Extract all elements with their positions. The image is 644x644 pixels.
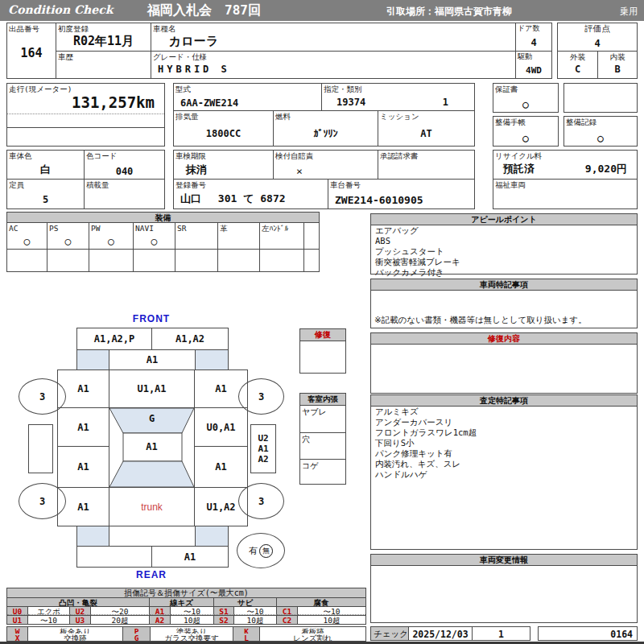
- transmission-value: AT: [378, 128, 474, 139]
- check-number: 0164: [610, 629, 633, 640]
- first-registration-label: 初度登録: [58, 24, 89, 33]
- maintenance-record-mark: ○: [564, 132, 637, 144]
- right-rear-door-panel: A1: [194, 446, 248, 488]
- doors-value: 4: [516, 37, 551, 48]
- displacement-label: 排気量: [175, 112, 199, 121]
- legend-code: S2: [214, 616, 234, 624]
- score-label: 評価点: [558, 24, 637, 33]
- legend-group: 線キズ: [150, 598, 214, 606]
- legend-code: U2: [70, 607, 91, 615]
- equipment-empty-cell: [6, 249, 47, 272]
- damage-code: A1,A2,P: [94, 333, 135, 345]
- appeal-item: 衝突被害軽減ブレーキ: [371, 257, 637, 267]
- legend-code: C2: [277, 616, 298, 624]
- class-cell: 指定・類別 19374 1: [321, 83, 475, 111]
- check-count: 1: [473, 629, 530, 640]
- equipment-empty-cell: [303, 249, 320, 272]
- assessment-item: フロントガラスワレ1cm超: [371, 427, 637, 438]
- equipment-mark: ○: [89, 235, 133, 247]
- equipment-header: 装備: [6, 212, 320, 223]
- repair-flag-header: 修復: [300, 329, 345, 341]
- damage-code: A1,A2: [175, 333, 204, 345]
- fuel-value: ｶﾞｿﾘﾝ: [274, 128, 378, 139]
- vehicle-category: 乗用: [620, 6, 638, 18]
- left-front-door-panel: A1: [57, 407, 109, 447]
- mileage-value: 131,257km: [7, 93, 164, 113]
- appeal-points-section: アピールポイント エアバッグ ABS プッシュスタート 衝突被害軽減ブレーキ バ…: [370, 213, 638, 275]
- legend-data-row: U1 〜10 U3 20超 A2 10超 S2 10超 C2 10超: [6, 616, 366, 625]
- repair-flag-box: 修復: [299, 328, 346, 374]
- score-value: 4: [558, 38, 637, 49]
- warranty-label: 保証書: [495, 85, 518, 93]
- capacity-value: 5: [7, 194, 84, 205]
- rear-window-shape: [109, 461, 194, 487]
- load-capacity-cell: 積載量: [84, 179, 165, 209]
- assessment-item: 下回りS小: [371, 438, 637, 448]
- front-bumper-left-panel: A1,A2,P: [76, 328, 152, 350]
- color-code-label: 色コード: [86, 151, 117, 160]
- change-info-header: 車両変更情報: [371, 555, 637, 566]
- auction-title: 福岡入札会 787回: [147, 2, 261, 19]
- approval-request-label: 承認請求書: [380, 151, 419, 160]
- drivetrain-value: 4WD: [516, 65, 551, 76]
- damage-code: A1: [147, 354, 158, 365]
- inspection-label: 車検期限: [175, 151, 206, 160]
- legend-group: サビ: [214, 598, 277, 606]
- legend-value: レンズ割れ: [260, 634, 365, 641]
- equipment-cell-lhd: 左ﾊﾝﾄﾞﾙ: [259, 222, 304, 250]
- legend-value: 塗装あり: [151, 627, 233, 634]
- assessment-item: 内装汚れ、キズ、スレ: [371, 459, 637, 469]
- legend-value: 20超: [91, 616, 150, 624]
- damage-code: U2: [258, 433, 268, 444]
- rear-right-corner-shape: [195, 526, 229, 547]
- legend-code: P: [123, 627, 151, 634]
- legend-value: エクボ: [28, 607, 70, 615]
- cabin-lining-row-tear: ヤブレ: [300, 406, 345, 433]
- equipment-label: 左ﾊﾝﾄﾞﾙ: [262, 224, 288, 233]
- legend-value: 看板跡: [260, 627, 365, 634]
- transmission-label: ミッション: [380, 112, 419, 121]
- recycle-fee-label: リサイクル料: [495, 151, 542, 160]
- rear-bumper-right-panel: A1: [151, 546, 229, 568]
- class-sub-number: 1: [443, 97, 448, 108]
- damage-code: A1: [77, 461, 89, 473]
- model-code-label: 型式: [175, 85, 191, 93]
- change-info-section: 車両変更情報: [370, 554, 638, 623]
- equipment-empty-cell: [133, 249, 175, 272]
- brand-logo: Condition Check: [8, 3, 113, 16]
- rear-left-corner-shape: [76, 526, 109, 547]
- legend-group: 凸凹・亀裂: [7, 598, 150, 606]
- chassis-number-value: ZWE214-6010905: [328, 194, 474, 206]
- windshield-code: G: [109, 413, 194, 424]
- transmission-cell: ミッション AT: [378, 110, 475, 147]
- welfare-vehicle-cell: 福祉車両: [493, 179, 638, 209]
- recycle-status: 預託済: [503, 162, 535, 176]
- load-capacity-label: 積載量: [86, 180, 109, 189]
- empty-doc-cell: [564, 83, 638, 113]
- class-number: 19374: [336, 97, 365, 108]
- mileage-cell: 走行(現メーター) 131,257km: [6, 83, 165, 147]
- equipment-cell-ps: PS ○: [47, 222, 89, 250]
- recycle-fee-cell: リサイクル料 預託済 9,020円: [493, 150, 638, 180]
- interior-grade-value: B: [598, 64, 637, 75]
- check-count-cell: 1: [472, 626, 530, 641]
- warranty-cell: 保証書 ○: [493, 83, 559, 113]
- interior-grade-cell: 内装 B: [597, 51, 638, 79]
- assessment-item: アルミキズ: [371, 407, 637, 417]
- capacity-cell: 定員 5: [6, 179, 85, 209]
- assessment-notes-header: 査定特記事項: [371, 395, 637, 407]
- appeal-item: エアバッグ: [371, 225, 637, 236]
- color-code-cell: 色コード 040: [84, 150, 165, 180]
- damage-code: A1: [215, 383, 226, 394]
- inspection-value: 抹消: [174, 163, 273, 177]
- legend-code: G: [123, 634, 151, 641]
- repair-details-header: 修復内容: [371, 333, 637, 345]
- damage-code: U0,A1: [206, 422, 235, 433]
- condition-sheet: Condition Check 福岡入札会 787回 引取場所：福岡県古賀市青柳…: [0, 0, 644, 644]
- mileage-label: 走行(現メーター): [9, 85, 72, 93]
- doors-cell: ドア数 4: [515, 23, 552, 52]
- trunk-panel: trunk: [109, 487, 195, 526]
- damage-code: A1: [184, 551, 196, 563]
- score-cell: 評価点 4: [557, 23, 638, 52]
- registration-number-value: 山口 301 て 6872: [174, 192, 328, 206]
